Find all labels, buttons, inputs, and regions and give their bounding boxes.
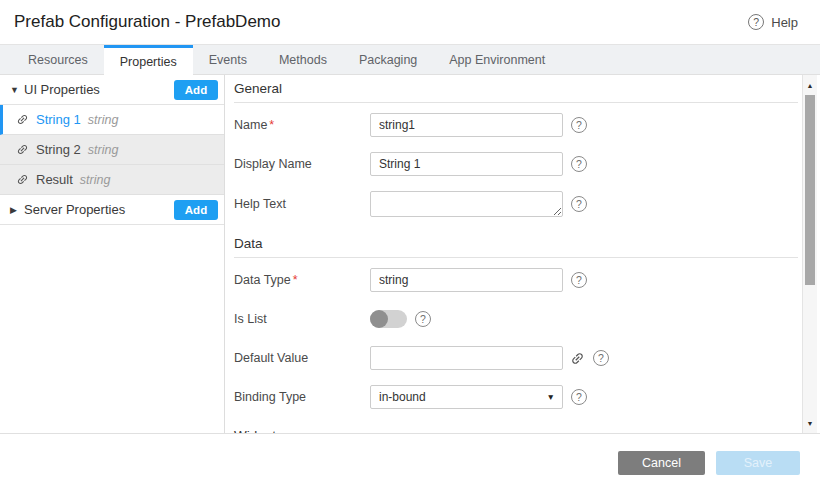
tab-resources[interactable]: Resources: [12, 45, 104, 74]
binding-type-select[interactable]: in-bound ▼: [370, 385, 563, 409]
properties-sidebar: ▼ UI Properties Add String 1 string Stri…: [0, 75, 225, 433]
tab-packaging[interactable]: Packaging: [343, 45, 433, 74]
help-icon[interactable]: ?: [571, 156, 587, 172]
save-button[interactable]: Save: [716, 451, 800, 475]
help-icon[interactable]: ?: [571, 272, 587, 288]
property-type: string: [88, 143, 119, 157]
bind-link-icon[interactable]: [570, 351, 585, 366]
display-name-label: Display Name: [234, 157, 370, 171]
caret-down-icon: ▼: [10, 85, 24, 95]
add-server-property-button[interactable]: Add: [174, 200, 218, 220]
field-row-is-list: Is List ?: [234, 307, 798, 331]
field-row-binding-type: Binding Type in-bound ▼ ?: [234, 385, 798, 409]
property-form-panel: General Name* ? Display Name ? Help Text: [225, 75, 820, 433]
scroll-up-icon[interactable]: ▲: [803, 77, 817, 93]
section-data: Data: [234, 232, 798, 258]
server-properties-group-header[interactable]: ▶ Server Properties Add: [0, 195, 224, 225]
tab-app-environment[interactable]: App Environment: [433, 45, 561, 74]
property-name: Result: [36, 172, 73, 187]
default-value-input[interactable]: [370, 346, 563, 370]
chevron-down-icon: ▼: [547, 392, 555, 402]
property-name: String 1: [36, 112, 81, 127]
link-icon: [16, 143, 29, 156]
is-list-toggle[interactable]: [370, 310, 407, 328]
cancel-button[interactable]: Cancel: [618, 451, 705, 475]
help-label: Help: [771, 15, 798, 30]
section-widget: Widget: [234, 424, 798, 433]
help-circle-icon: ?: [748, 14, 764, 30]
field-row-help-text: Help Text ?: [234, 191, 798, 217]
help-icon[interactable]: ?: [571, 196, 587, 212]
ui-properties-group-header[interactable]: ▼ UI Properties Add: [0, 75, 224, 105]
server-properties-label: Server Properties: [24, 202, 174, 217]
section-general: General: [234, 77, 798, 103]
help-icon[interactable]: ?: [415, 311, 431, 327]
field-row-default-value: Default Value ?: [234, 346, 798, 370]
help-text-label: Help Text: [234, 197, 370, 211]
help-icon[interactable]: ?: [593, 350, 609, 366]
link-icon: [16, 113, 29, 126]
tab-properties[interactable]: Properties: [104, 45, 193, 75]
property-type: string: [80, 173, 111, 187]
field-row-display-name: Display Name ?: [234, 152, 798, 176]
dialog-header: Prefab Configuration - PrefabDemo ? Help: [0, 0, 820, 45]
link-icon: [16, 173, 29, 186]
required-asterisk: *: [269, 118, 274, 132]
tab-bar: Resources Properties Events Methods Pack…: [0, 45, 820, 75]
help-text-textarea[interactable]: [370, 191, 563, 217]
help-icon[interactable]: ?: [571, 117, 587, 133]
sidebar-item-string1[interactable]: String 1 string: [0, 105, 224, 135]
display-name-input[interactable]: [370, 152, 563, 176]
dialog-footer: Cancel Save: [0, 433, 820, 487]
property-form: General Name* ? Display Name ? Help Text: [225, 75, 800, 433]
sidebar-item-result[interactable]: Result string: [0, 165, 224, 195]
dialog-body: ▼ UI Properties Add String 1 string Stri…: [0, 75, 820, 433]
sidebar-item-string2[interactable]: String 2 string: [0, 135, 224, 165]
property-name: String 2: [36, 142, 81, 157]
binding-type-value: in-bound: [379, 390, 426, 404]
scroll-down-icon[interactable]: ▼: [803, 415, 817, 431]
help-icon[interactable]: ?: [571, 389, 587, 405]
field-row-name: Name* ?: [234, 113, 798, 137]
tab-events[interactable]: Events: [193, 45, 263, 74]
required-asterisk: *: [293, 273, 298, 287]
property-type: string: [88, 113, 119, 127]
binding-type-label: Binding Type: [234, 390, 370, 404]
add-ui-property-button[interactable]: Add: [174, 80, 218, 100]
toggle-knob: [370, 310, 388, 328]
vertical-scrollbar[interactable]: ▲ ▼: [802, 75, 817, 433]
dialog-title: Prefab Configuration - PrefabDemo: [14, 12, 280, 32]
scrollbar-thumb[interactable]: [805, 95, 815, 285]
field-row-data-type: Data Type* ?: [234, 268, 798, 292]
is-list-label: Is List: [234, 312, 370, 326]
default-value-label: Default Value: [234, 351, 370, 365]
caret-right-icon: ▶: [10, 205, 24, 215]
prefab-configuration-dialog: Prefab Configuration - PrefabDemo ? Help…: [0, 0, 820, 487]
data-type-label: Data Type*: [234, 273, 370, 287]
name-input[interactable]: [370, 113, 563, 137]
ui-properties-label: UI Properties: [24, 82, 174, 97]
data-type-input[interactable]: [370, 268, 563, 292]
help-link[interactable]: ? Help: [748, 14, 798, 30]
tab-methods[interactable]: Methods: [263, 45, 343, 74]
name-label: Name*: [234, 118, 370, 132]
